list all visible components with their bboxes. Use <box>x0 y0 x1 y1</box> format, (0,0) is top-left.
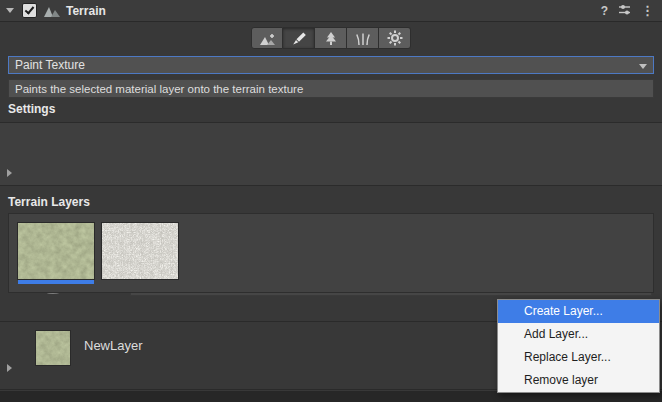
terrain-layers-palette <box>8 213 654 293</box>
tool-paint-terrain-button[interactable] <box>283 27 315 49</box>
kebab-menu-icon[interactable]: ⋮ <box>641 3 654 18</box>
settings-section-label: Settings <box>8 102 55 116</box>
terrain-inspector-panel: Terrain ? ⋮ <box>0 0 662 402</box>
terrain-layers-label: Terrain Layers <box>8 195 90 209</box>
tool-terrain-settings-button[interactable] <box>379 27 411 49</box>
menu-item-remove-layer[interactable]: Remove layer <box>498 369 659 392</box>
terrain-component-icon <box>44 4 60 17</box>
terrain-layer-thumbnail-grass[interactable] <box>18 223 94 279</box>
new-layer-thumbnail[interactable] <box>36 331 70 365</box>
tool-help-text: Paints the selected material layer onto … <box>15 83 303 95</box>
terrain-tool-toolbar <box>0 27 662 51</box>
help-icon[interactable]: ? <box>601 4 608 18</box>
paint-tool-dropdown-value: Paint Texture <box>15 58 85 72</box>
tool-paint-details-button[interactable] <box>347 27 379 49</box>
component-enabled-checkbox[interactable] <box>22 3 37 18</box>
terrain-layer-thumbnail-speckled[interactable] <box>102 223 178 279</box>
selected-layer-indicator <box>18 280 94 284</box>
presets-icon[interactable] <box>618 3 631 19</box>
chevron-down-icon <box>639 64 647 69</box>
component-foldout-icon[interactable] <box>6 8 14 13</box>
menu-item-create-layer[interactable]: Create Layer... <box>498 300 659 323</box>
neighbor-terrain-icon <box>259 31 276 46</box>
gear-icon <box>387 30 403 46</box>
menu-item-replace-layer[interactable]: Replace Layer... <box>498 346 659 369</box>
menu-item-add-layer[interactable]: Add Layer... <box>498 323 659 346</box>
paint-tool-dropdown[interactable]: Paint Texture <box>8 56 654 74</box>
component-title: Terrain <box>66 4 106 18</box>
component-header: Terrain ? ⋮ <box>0 0 662 22</box>
tool-help-box: Paints the selected material layer onto … <box>8 79 654 98</box>
tool-paint-trees-button[interactable] <box>315 27 347 49</box>
tool-create-neighbor-button[interactable] <box>251 27 283 49</box>
grass-icon <box>355 31 371 46</box>
layer-context-menu: Create Layer... Add Layer... Replace Lay… <box>497 299 660 393</box>
new-layer-name: NewLayer <box>84 338 143 353</box>
paint-brush-icon <box>291 31 307 46</box>
new-layer-foldout-icon[interactable] <box>7 364 12 372</box>
terrain-material-card: Default-Terrain-Standard ? Shader Nature… <box>0 122 662 186</box>
material-foldout-icon[interactable] <box>7 169 12 177</box>
tree-icon <box>323 31 339 46</box>
